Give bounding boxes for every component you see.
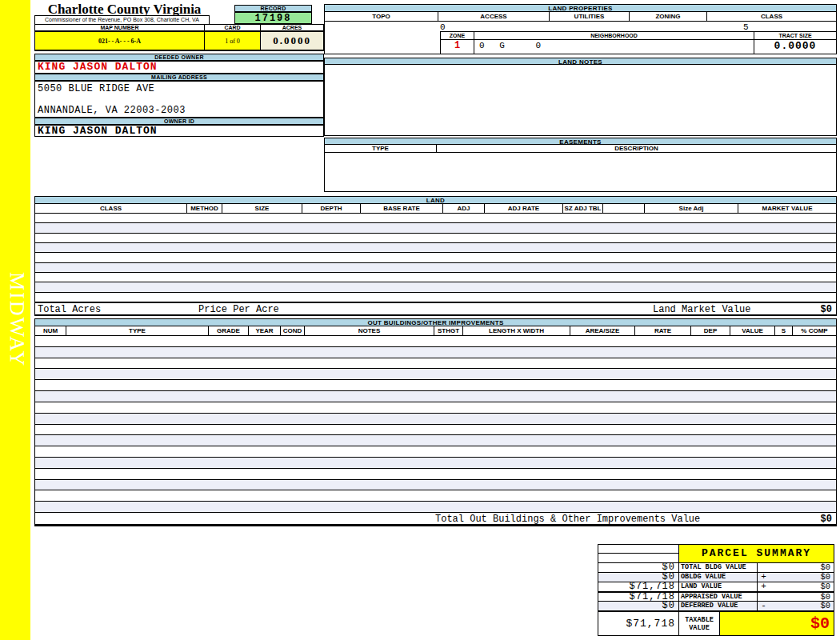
land-col-size: SIZE [222, 204, 302, 213]
tract-size-header: TRACT SIZE [754, 32, 836, 39]
outb-row [35, 391, 836, 402]
outb-row [35, 425, 836, 436]
land-row [35, 293, 836, 302]
outb-col-s: S [775, 326, 793, 335]
summary-label: APPRAISED VALUE [678, 593, 758, 601]
summary-label: OBLDG VALUE [678, 573, 758, 582]
zone-value: 1 [441, 40, 474, 54]
land-rows [34, 214, 837, 302]
summary-row-deferred: $0 DEFERRED VALUE - $0 [598, 601, 834, 610]
price-per-acre-label: Price Per Acre [198, 303, 279, 316]
outb-row [35, 402, 836, 414]
summary-operator: - [758, 602, 770, 610]
parcel-summary-title: PARCEL SUMMARY [678, 545, 834, 562]
land-row [35, 263, 836, 273]
outbuildings-columns-row: NUM TYPE GRADE YEAR COND NOTES STHGT LEN… [34, 326, 837, 336]
summary-label: TOTAL BLDG VALUE [678, 563, 758, 572]
summary-row-appraised: $71,718 APPRAISED VALUE $0 [598, 591, 834, 601]
outb-row [35, 490, 836, 502]
easement-col-type: TYPE [325, 145, 437, 152]
summary-operator [758, 593, 770, 601]
midway-watermark: MIDWAY [2, 272, 29, 384]
summary-row-total-bldg: $0 TOTAL BLDG VALUE $0 [598, 562, 834, 572]
summary-row-land: $71,718 LAND VALUE + $0 [598, 582, 834, 591]
outb-row [35, 347, 836, 358]
outb-row [35, 502, 836, 512]
parcel-summary: PARCEL SUMMARY $0 TOTAL BLDG VALUE $0 $0… [598, 544, 834, 636]
outbuildings-section-header: OUT BUILDINGS/OTHER IMPROVEMENTS [34, 318, 837, 326]
summary-blank-cell [598, 545, 678, 562]
zone-header: ZONE [441, 32, 474, 39]
land-row [35, 282, 836, 292]
outb-col-year: YEAR [249, 326, 281, 335]
outb-col-num: NUM [35, 326, 66, 335]
acres-value: 0.0000 [261, 32, 323, 50]
outb-row [35, 380, 836, 391]
deeded-owner-value: KING JASON DALTON [34, 61, 324, 74]
address-line-1: 5050 BLUE RIDGE AVE [38, 83, 321, 94]
acres-header: ACRES [261, 25, 323, 30]
col-topo: TOPO [325, 12, 438, 21]
mailing-address-header: MAILING ADDRESS [34, 74, 324, 81]
outb-col-rate: RATE [635, 326, 691, 335]
col-zoning: ZONING [630, 12, 707, 21]
parcel-id-value-row: 021- - A- - - 6-A 1 of 0 0.0000 [34, 31, 324, 51]
land-properties-header: LAND PROPERTIES [324, 4, 837, 12]
neighborhood-value-2: G [499, 41, 505, 50]
outb-row [35, 458, 836, 469]
tract-size-value: 0.0000 [754, 40, 836, 54]
outb-col-pct-comp: % COMP [793, 326, 836, 335]
land-market-value-amount: $0 [821, 303, 832, 316]
land-notes-header: LAND NOTES [324, 58, 837, 65]
outb-row [35, 469, 836, 480]
mailing-address-box: 5050 BLUE RIDGE AVE ANNANDALE, VA 22003-… [34, 81, 324, 118]
outb-col-cond: COND [281, 326, 305, 335]
outb-col-length-width: LENGTH X WIDTH [463, 326, 570, 335]
summary-label: DEFERRED VALUE [678, 602, 758, 610]
outbuildings-total-value: $0 [821, 513, 832, 526]
outb-row [35, 336, 836, 347]
deeded-owner-header: DEEDED OWNER [34, 54, 324, 61]
outb-row [35, 446, 836, 458]
land-columns-row: CLASS METHOD SIZE DEPTH BASE RATE ADJ AD… [34, 204, 837, 214]
summary-label: LAND VALUE [678, 582, 758, 591]
land-notes-box [324, 65, 837, 136]
outbuildings-total-row: Total Out Buildings & Other Improvements… [34, 512, 837, 526]
summary-left-value: $0 [598, 602, 678, 610]
record-value: 17198 [234, 12, 312, 24]
outb-col-type: TYPE [66, 326, 209, 335]
outb-col-sthgt: STHGT [434, 326, 463, 335]
land-col-market-value: MARKET VALUE [738, 204, 836, 213]
map-number-value: 021- - A- - - 6-A [35, 32, 205, 50]
easement-col-description: DESCRIPTION [437, 145, 836, 152]
taxable-amount: $0 [720, 612, 834, 635]
land-col-adj-rate: ADJ RATE [485, 204, 563, 213]
neighborhood-values: 0 G 0 [474, 40, 754, 54]
outb-col-grade: GRADE [209, 326, 249, 335]
outbuildings-rows [34, 336, 837, 512]
neighborhood-value-1: 0 [479, 41, 485, 50]
easements-header: EASEMENTS [324, 138, 837, 145]
col-utilities: UTILITIES [550, 12, 630, 21]
land-row [35, 234, 836, 243]
land-section-header: LAND [34, 196, 837, 204]
easements-columns: TYPE DESCRIPTION [324, 145, 837, 153]
summary-right-value: $0 [770, 573, 834, 582]
total-acres-label: Total Acres [38, 303, 101, 316]
outb-col-area-size: AREA/SIZE [570, 326, 635, 335]
owner-id-header: OWNER ID [34, 118, 324, 125]
land-col-adj: ADJ [443, 204, 485, 213]
record-label: RECORD [234, 5, 312, 12]
zone-header-row: ZONE NEIGHBORHOOD TRACT SIZE [441, 32, 836, 40]
col-access: ACCESS [438, 12, 550, 21]
outb-row [35, 414, 836, 425]
land-row [35, 214, 836, 223]
land-col-blank [603, 204, 645, 213]
owner-id-value: KING JASON DALTON [34, 125, 324, 137]
easements-box [324, 153, 837, 192]
taxable-value-label: TAXABLE VALUE [678, 612, 720, 635]
parcel-id-header-row: MAP NUMBER CARD ACRES [34, 24, 324, 31]
outb-row [35, 480, 836, 491]
land-market-value-label: Land Market Value [653, 303, 750, 316]
land-properties-box: TOPO ACCESS UTILITIES ZONING CLASS 0 5 Z… [324, 12, 837, 54]
